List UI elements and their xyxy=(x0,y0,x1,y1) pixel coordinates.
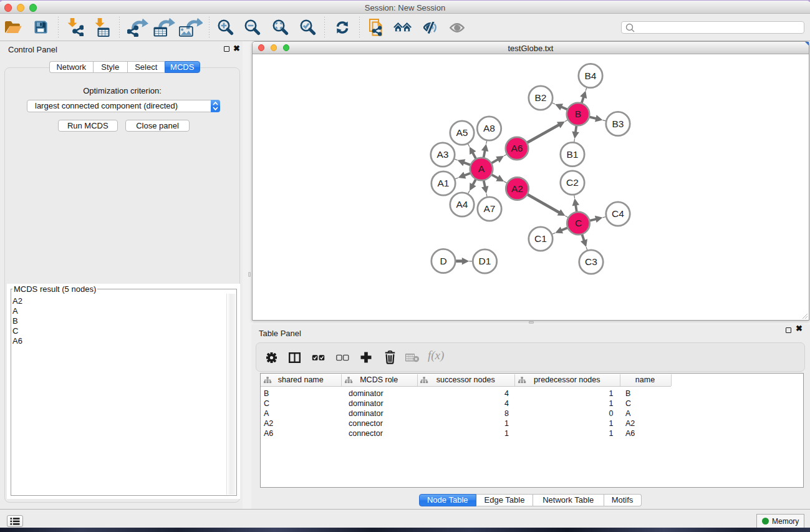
svg-text:B2: B2 xyxy=(535,92,547,103)
svg-text:D1: D1 xyxy=(479,256,491,266)
svg-text:A6: A6 xyxy=(511,143,523,153)
svg-text:B3: B3 xyxy=(612,118,624,129)
svg-text:A5: A5 xyxy=(456,127,468,138)
svg-text:A4: A4 xyxy=(456,199,468,210)
svg-text:C4: C4 xyxy=(612,208,624,219)
svg-text:A3: A3 xyxy=(437,149,449,160)
svg-text:A2: A2 xyxy=(511,183,523,194)
svg-text:B1: B1 xyxy=(567,149,579,160)
svg-text:B: B xyxy=(575,109,581,119)
svg-text:A8: A8 xyxy=(483,123,495,133)
svg-text:A: A xyxy=(478,163,485,174)
svg-text:C1: C1 xyxy=(534,233,547,244)
svg-text:C3: C3 xyxy=(585,256,597,267)
svg-text:C2: C2 xyxy=(566,177,579,188)
svg-text:B4: B4 xyxy=(585,70,597,81)
svg-text:A7: A7 xyxy=(484,203,496,214)
svg-text:A1: A1 xyxy=(438,178,450,188)
svg-text:D: D xyxy=(440,256,446,266)
svg-text:C: C xyxy=(575,218,582,228)
